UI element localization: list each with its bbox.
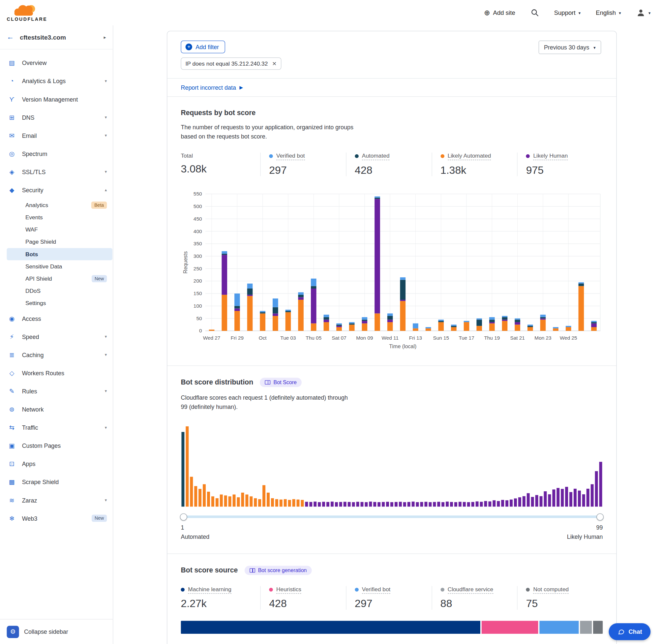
- topbar: CLOUDFLARE ⊕ Add site Support ▾ English …: [0, 0, 659, 25]
- svg-text:300: 300: [193, 253, 202, 259]
- sidebar-item-scrape-shield[interactable]: ▩Scrape Shield: [0, 473, 113, 491]
- svg-text:Sat 21: Sat 21: [510, 335, 524, 341]
- sidebar-item-access[interactable]: ◉Access: [0, 309, 113, 327]
- chat-button[interactable]: Chat: [609, 623, 651, 640]
- sidebar-item-page-shield[interactable]: Page Shield: [0, 236, 113, 248]
- sidebar-item-settings[interactable]: Settings: [0, 297, 113, 309]
- sidebar-item-events[interactable]: Events: [0, 211, 113, 224]
- filter-section: + Add filter IP does not equal 35.212.24…: [167, 31, 616, 78]
- back-arrow-icon[interactable]: ←: [7, 33, 14, 42]
- sidebar-item-overview[interactable]: ▤Overview: [0, 54, 113, 72]
- sidebar-item-label: Speed: [22, 333, 99, 340]
- sidebar-item-traffic[interactable]: ⇆Traffic▾: [0, 418, 113, 437]
- sidebar-item-network[interactable]: ⊚Network: [0, 400, 113, 418]
- sidebar-item-label: Analytics & Logs: [22, 77, 99, 85]
- sidebar-item-sensitive-data[interactable]: Sensitive Data: [0, 260, 113, 272]
- cloudflare-logo[interactable]: CLOUDFLARE: [7, 4, 47, 22]
- stat-label: Automated: [362, 152, 390, 160]
- search-button[interactable]: [531, 8, 539, 17]
- slider-left-caption: Automated: [181, 533, 209, 540]
- report-section: Report incorrect data ▶: [167, 78, 616, 96]
- sidebar-item-ssl-tls[interactable]: ◈SSL/TLS▾: [0, 163, 113, 181]
- sidebar-item-analytics-logs[interactable]: ◔Analytics & Logs▾: [0, 72, 113, 90]
- sidebar-item-bots[interactable]: Bots: [7, 248, 112, 260]
- sidebar-item-api-shield[interactable]: API ShieldNew: [0, 273, 113, 285]
- svg-text:Wed 11: Wed 11: [381, 335, 399, 341]
- sidebar-item-spectrum[interactable]: ◎Spectrum: [0, 144, 113, 163]
- site-header[interactable]: ← cftestsite3.com ▸: [0, 25, 113, 49]
- slider-scale: 1 99: [181, 524, 603, 531]
- sidebar-item-label: SSL/TLS: [22, 168, 99, 176]
- gear-icon[interactable]: ⚙: [7, 625, 19, 638]
- svg-text:Fri 13: Fri 13: [409, 335, 422, 341]
- sidebar-item-workers-routes[interactable]: ◇Workers Routes: [0, 364, 113, 382]
- slider-handle-min[interactable]: [180, 513, 187, 520]
- sidebar-item-custom-pages[interactable]: ▣Custom Pages: [0, 437, 113, 455]
- sidebar-item-analytics[interactable]: AnalyticsBeta: [0, 199, 113, 211]
- svg-text:Requests: Requests: [183, 251, 188, 274]
- plus-icon: +: [186, 44, 192, 50]
- collapse-sidebar[interactable]: ⚙ Collapse sidebar: [0, 619, 113, 644]
- sidebar-item-web3[interactable]: ❄Web3New: [0, 509, 113, 527]
- bot-score-generation-badge[interactable]: Bot score generation: [244, 566, 312, 575]
- slider-track[interactable]: [181, 515, 603, 518]
- sidebar-item-label: Analytics: [25, 202, 88, 208]
- report-incorrect-data-link[interactable]: Report incorrect data: [181, 84, 236, 91]
- custom-pages-icon: ▣: [7, 442, 16, 450]
- sidebar-item-ddos[interactable]: DDoS: [0, 285, 113, 297]
- traffic-icon: ⇆: [7, 424, 16, 431]
- sidebar-item-version-management[interactable]: ϒVersion Management: [0, 90, 113, 108]
- language-menu[interactable]: English ▾: [596, 9, 621, 16]
- svg-text:Wed 27: Wed 27: [203, 335, 220, 341]
- sidebar-item-label: Bots: [25, 251, 107, 257]
- sidebar-item-label: Workers Routes: [22, 370, 107, 376]
- add-site-button[interactable]: ⊕ Add site: [484, 9, 515, 17]
- page: CLOUDFLARE ⊕ Add site Support ▾ English …: [0, 0, 659, 644]
- svg-text:200: 200: [193, 278, 202, 283]
- sidebar-item-dns[interactable]: ⊞DNS▾: [0, 108, 113, 126]
- chevron-right-icon: ▶: [239, 85, 243, 90]
- sidebar-item-label: Zaraz: [22, 497, 99, 504]
- bot-score-badge[interactable]: Bot Score: [260, 377, 302, 387]
- sidebar-item-apps[interactable]: ⊡Apps: [0, 455, 113, 473]
- filter-chip[interactable]: IP does not equal 35.212.240.32 ✕: [181, 58, 281, 70]
- apps-icon: ⊡: [7, 460, 16, 467]
- svg-text:Mon 23: Mon 23: [534, 335, 551, 341]
- sidebar-item-security[interactable]: ◆Security▴: [0, 181, 113, 199]
- security-icon: ◆: [7, 186, 16, 193]
- distribution-chart-svg: [181, 424, 603, 507]
- stat-verified-bot: Verified bot297: [260, 152, 346, 176]
- sidebar-item-label: Spectrum: [22, 151, 107, 157]
- stat-heuristics: Heuristics428: [260, 586, 346, 610]
- sidebar-item-email[interactable]: ✉Email▾: [0, 126, 113, 144]
- stat-label: Verified bot: [276, 152, 305, 160]
- add-filter-button[interactable]: + Add filter: [181, 41, 225, 53]
- sidebar-item-zaraz[interactable]: ≋Zaraz▾: [0, 491, 113, 509]
- section-title: Requests by bot score: [181, 109, 256, 116]
- sidebar-item-rules[interactable]: ✎Rules▾: [0, 382, 113, 400]
- sidebar-item-waf[interactable]: WAF: [0, 224, 113, 236]
- stat-value: 975: [526, 164, 603, 176]
- svg-text:50: 50: [196, 315, 202, 321]
- sidebar-item-caching[interactable]: ≣Caching▾: [0, 346, 113, 364]
- stat-value: 88: [441, 597, 517, 610]
- close-icon[interactable]: ✕: [272, 60, 277, 67]
- account-menu[interactable]: ▾: [636, 8, 651, 17]
- sidebar-item-speed[interactable]: ⚡Speed▾: [0, 327, 113, 346]
- sidebar-item-label: Email: [22, 132, 99, 139]
- chevron-down-icon: ▾: [593, 45, 595, 49]
- stat-total: Total3.08k: [181, 152, 260, 176]
- chevron-down-icon: ▾: [619, 10, 621, 15]
- svg-text:Tue 03: Tue 03: [280, 335, 296, 341]
- chevron-down-icon: ▾: [579, 10, 581, 15]
- sidebar-item-label: Network: [22, 406, 107, 413]
- sidebar-item-label: Scrape Shield: [22, 479, 107, 485]
- support-menu[interactable]: Support ▾: [554, 9, 581, 16]
- stat-value: 297: [269, 164, 346, 176]
- sidebar-item-label: DNS: [22, 114, 99, 121]
- caching-icon: ≣: [7, 351, 16, 359]
- sidebar-item-label: Events: [25, 214, 107, 221]
- user-icon: [636, 8, 645, 17]
- time-range-select[interactable]: Previous 30 days ▾: [538, 41, 601, 54]
- slider-handle-max[interactable]: [596, 513, 604, 520]
